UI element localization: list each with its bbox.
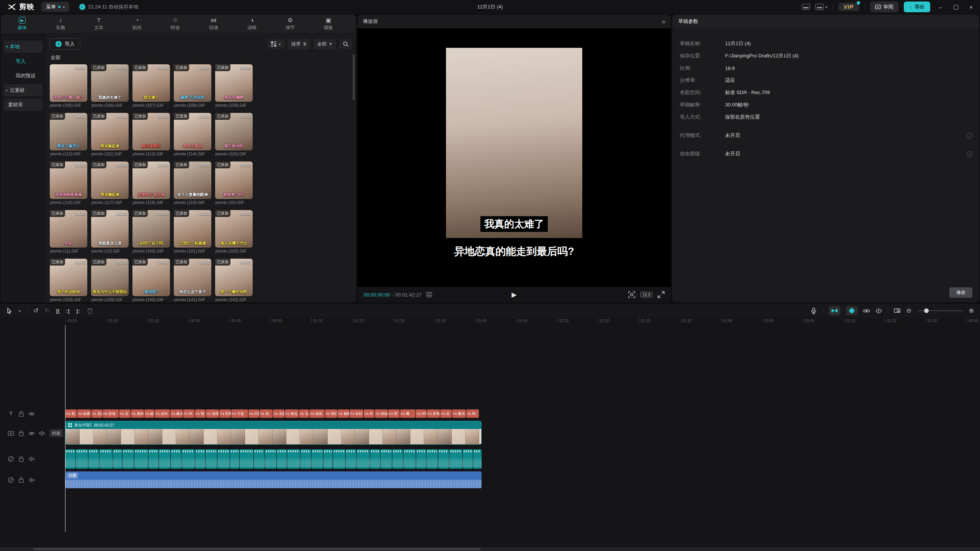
select-tool-chevron-icon[interactable]: ▾: [19, 309, 21, 313]
lock-icon[interactable]: [18, 456, 24, 462]
text-clip[interactable]: A1 异地: [427, 409, 440, 418]
info-icon[interactable]: i: [967, 133, 972, 139]
audio-clip[interactable]: [230, 449, 239, 469]
text-clip[interactable]: A1 不是: [231, 409, 248, 418]
audio-clip[interactable]: [473, 449, 482, 469]
text-clip[interactable]: A1 吗: [466, 409, 479, 418]
text-clip[interactable]: A1 最后: [452, 409, 466, 418]
hscrollbar-thumb[interactable]: [33, 548, 481, 550]
audio-clip[interactable]: [333, 449, 345, 469]
media-item[interactable]: 已添加 00:02 周末燥起来 ytxmlo (111).GIF: [91, 113, 129, 156]
zoom-in-button[interactable]: ⊕: [969, 308, 974, 314]
eye-icon[interactable]: [28, 430, 35, 437]
zoom-out-button[interactable]: ⊖: [906, 308, 911, 314]
media-item[interactable]: 已添加 00:02 周末了真开心 ytxmlo (110).GIF: [50, 113, 87, 156]
import-button[interactable]: + 导入: [50, 38, 80, 50]
media-item[interactable]: 已添加 00:03 笑一下敷衍你吧 ytxmlo (142).GIF: [215, 259, 253, 302]
media-item[interactable]: 已添加 00:02 在吗!? 在干吗 ytxmlo (100).GIF: [132, 210, 170, 253]
audio-clip[interactable]: [149, 449, 158, 469]
asset-tab[interactable]: ☆ 特效: [156, 17, 194, 31]
media-item[interactable]: 已添加 00:02 我真的太难了 ytxmlo (106).GIF: [91, 64, 129, 108]
preview-axis-icon[interactable]: [894, 308, 900, 314]
audio-clip[interactable]: [287, 449, 300, 469]
media-item[interactable]: 已添加 00:02 让我们一起摇摆 ytxmlo (101).GIF: [174, 210, 211, 253]
audio-clip[interactable]: [240, 449, 253, 469]
media-item[interactable]: 已添加 00:02 你走 ytxmlo (11).GIF: [50, 210, 87, 253]
timeline-zoom-slider[interactable]: [917, 310, 963, 311]
asset-tab[interactable]: ⋈ 转场: [194, 17, 233, 31]
compound-clip[interactable]: 复合片段1 00:01:42:27: [65, 421, 482, 445]
media-item[interactable]: 已添加 00:02 我就是这么浪 ytxmlo (12).GIF: [91, 210, 129, 253]
text-clip[interactable]: A1 好好: [350, 409, 363, 418]
media-item[interactable]: 已添加 00:02 乡下人羡慕的眼神 ytxmlo (119).GIF: [174, 161, 211, 205]
audio-clip[interactable]: [463, 449, 473, 469]
audio-clip[interactable]: [122, 449, 134, 469]
lock-icon[interactable]: [18, 430, 24, 437]
media-item[interactable]: 已添加 00:02 奶茶给了我生命 ytxmlo (118).GIF: [132, 161, 170, 205]
audio-clip[interactable]: [265, 449, 276, 469]
audio-clip[interactable]: [113, 449, 122, 469]
lock-icon[interactable]: [18, 477, 24, 483]
audio-clip[interactable]: [65, 449, 75, 469]
split-right-button[interactable]: ]:: [76, 308, 80, 313]
text-clip[interactable]: A1 吗: [183, 409, 194, 418]
text-clip[interactable]: A1 加油: [375, 409, 388, 418]
audio-clip[interactable]: [159, 449, 170, 469]
playhead[interactable]: [65, 325, 65, 532]
audio-clip[interactable]: [403, 449, 416, 469]
split-button[interactable]: ][: [56, 308, 60, 313]
record-voiceover-icon[interactable]: [810, 308, 817, 314]
auto-snap-toggle[interactable]: [846, 306, 858, 315]
media-item[interactable]: 已添加 00:02 周末为什么不陪我玩 ytxmlo (139).GIF: [91, 259, 129, 302]
sidebar-item[interactable]: ▾ 本地: [4, 41, 43, 53]
text-clip[interactable]: A1 我: [65, 409, 77, 418]
layout-switch-button[interactable]: ▾: [815, 4, 827, 10]
text-clip[interactable]: A1 对呀: [416, 409, 426, 418]
media-item[interactable]: 00:02 你的小可爱上线了 ytxmlo (105).GIF: [50, 64, 87, 108]
media-item[interactable]: 已添加 00:02 我太难了 ytxmlo (107).GIF: [132, 64, 170, 108]
text-clip[interactable]: A1 异地: [103, 409, 119, 418]
media-item[interactable]: 已添加 00:02 就不给你吃 ytxmlo (115).GIF: [215, 113, 253, 156]
mute-icon[interactable]: [39, 430, 45, 437]
audio-clip[interactable]: [134, 449, 148, 469]
audio-clip[interactable]: [76, 449, 88, 469]
sidebar-item[interactable]: 导入: [4, 55, 43, 67]
player-menu-icon[interactable]: ≡: [662, 18, 665, 25]
view-mode-button[interactable]: ▾: [267, 39, 284, 49]
play-button[interactable]: ▶: [511, 291, 516, 299]
menu-button[interactable]: 菜单 ▾: [41, 2, 69, 12]
audio-clip[interactable]: [449, 449, 462, 469]
cover-button[interactable]: 封面: [49, 429, 63, 437]
quality-icon[interactable]: [426, 292, 432, 297]
text-clip[interactable]: A1 我: [195, 409, 206, 418]
aspect-ratio-button[interactable]: 16:9: [640, 292, 652, 297]
mute-icon[interactable]: [28, 477, 35, 483]
modify-button[interactable]: 修改: [949, 287, 972, 298]
text-clip[interactable]: A1 见面: [273, 409, 284, 418]
info-icon[interactable]: i: [967, 151, 972, 157]
main-track-magnet-toggle[interactable]: [829, 306, 840, 315]
lock-icon[interactable]: [18, 411, 24, 417]
eye-icon[interactable]: [28, 411, 35, 417]
asset-tab[interactable]: ♪ 音频: [41, 17, 80, 31]
text-clip[interactable]: A1 最后: [170, 409, 183, 418]
text-clip[interactable]: A1 嗯: [400, 409, 415, 418]
layout-single-icon[interactable]: [802, 4, 810, 10]
media-item[interactable]: 已添加 00:02 都出来聊天 ytxmlo (113).GIF: [132, 113, 170, 156]
filter-button[interactable]: 全部 ▼: [314, 39, 336, 50]
media-item[interactable]: 已添加 00:02 你怎么这个亚子 ytxmlo (141).GIF: [174, 259, 211, 302]
audio-clip[interactable]: [182, 449, 195, 469]
text-clip[interactable]: A1 其实: [91, 409, 102, 418]
audio-clip[interactable]: [346, 449, 356, 469]
export-button[interactable]: ↑ 导出: [904, 2, 931, 12]
audio-clip[interactable]: [381, 449, 392, 469]
text-clip[interactable]: A1 吧: [388, 409, 400, 418]
text-clip[interactable]: A1 都要: [338, 409, 349, 418]
text-clip[interactable]: A1 我们: [325, 409, 337, 418]
sidebar-item[interactable]: 我的预设: [4, 70, 43, 82]
mute-icon[interactable]: [28, 456, 35, 462]
audio-clip[interactable]: [195, 449, 205, 469]
sort-button[interactable]: 排序 ⇅: [287, 39, 310, 50]
text-clip[interactable]: A1 觉得: [206, 409, 219, 418]
text-clip[interactable]: A1 走到: [155, 409, 170, 418]
